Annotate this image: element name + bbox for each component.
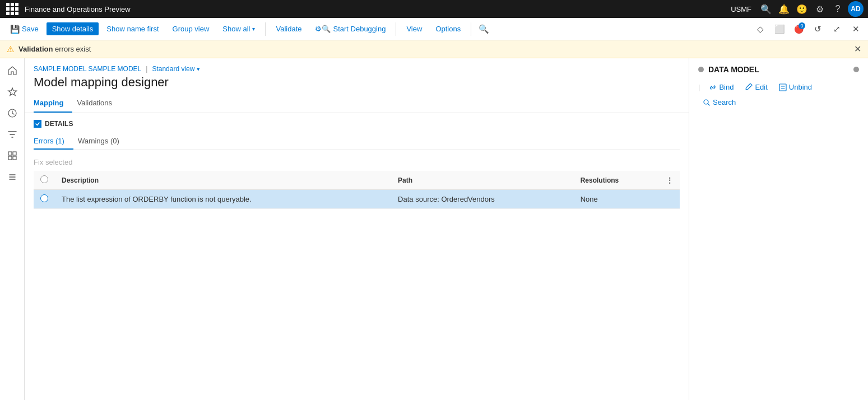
bind-label: Bind — [719, 83, 734, 91]
breadcrumb-view-label: Standard view — [152, 65, 194, 73]
left-sidebar — [0, 58, 25, 400]
breadcrumb-view[interactable]: Standard view ▾ — [152, 65, 200, 73]
sub-tab-errors-label: Errors (1) — [34, 137, 64, 145]
data-model-actions: | Bind Edit Unbind Search — [698, 81, 859, 109]
errors-table: Description Path Resolutions ⋮ — [34, 171, 680, 209]
edit-button[interactable]: Edit — [740, 81, 772, 94]
app-grid-button[interactable] — [4, 1, 20, 17]
show-all-button[interactable]: Show all ▾ — [217, 22, 261, 35]
sidebar-item-favorites[interactable] — [2, 82, 22, 102]
smiley-icon-btn[interactable]: 🙂 — [794, 1, 810, 17]
tab-mapping-label: Mapping — [34, 99, 63, 107]
title-bar-right: USMF 🔍 🔔 🙂 ⚙ ? AD — [731, 1, 864, 17]
unbind-label: Unbind — [789, 83, 812, 91]
sidebar-item-list[interactable] — [2, 167, 22, 187]
data-model-title: DATA MODEL — [708, 65, 759, 74]
content-area: SAMPLE MODEL SAMPLE MODEL | Standard vie… — [25, 58, 689, 400]
user-label: USMF — [731, 5, 751, 13]
bind-button[interactable]: Bind — [704, 81, 738, 94]
row-radio[interactable] — [40, 194, 48, 202]
svg-rect-2 — [13, 152, 16, 155]
warning-icon: ⚠ — [7, 44, 14, 54]
th-select — [34, 171, 55, 190]
show-details-button[interactable]: Show details — [47, 22, 99, 35]
row-resolutions: None — [574, 190, 660, 209]
details-section: DETAILS Errors (1) Warnings (0) Fix sele… — [25, 113, 689, 400]
row-path: Data source: OrderedVendors — [391, 190, 574, 209]
show-name-first-label: Show name first — [106, 25, 159, 33]
validation-bold: Validation — [18, 45, 53, 53]
page-header: SAMPLE MODEL SAMPLE MODEL | Standard vie… — [25, 58, 689, 94]
options-button[interactable]: Options — [430, 22, 466, 35]
tab-validations[interactable]: Validations — [77, 94, 121, 113]
validate-button[interactable]: Validate — [270, 22, 307, 35]
toolbar-separator-2 — [396, 22, 396, 36]
more-icon[interactable]: ⋮ — [666, 176, 673, 184]
help-icon-btn[interactable]: ? — [830, 1, 846, 17]
chevron-view-icon: ▾ — [197, 66, 200, 73]
search-toolbar-button[interactable]: 🔍 — [476, 21, 491, 37]
breadcrumb: SAMPLE MODEL SAMPLE MODEL | Standard vie… — [34, 65, 680, 73]
data-model-dot-right — [853, 67, 859, 72]
avatar-button[interactable]: AD — [848, 1, 864, 17]
sub-tabs: Errors (1) Warnings (0) — [34, 133, 680, 150]
show-details-label: Show details — [52, 25, 94, 33]
table-row[interactable]: The list expression of ORDERBY function … — [34, 190, 680, 209]
show-all-label: Show all — [222, 25, 250, 33]
close-icon-btn[interactable]: ✕ — [848, 21, 864, 37]
th-more: ⋮ — [660, 171, 680, 190]
sidebar-item-home[interactable] — [2, 61, 22, 81]
notifications-icon-btn[interactable]: 🔔 — [776, 1, 792, 17]
chevron-down-icon: ▾ — [252, 26, 255, 32]
right-panel: DATA MODEL | Bind Edit Unbind Search — [689, 58, 868, 400]
page-title: Model mapping designer — [34, 75, 680, 90]
start-debugging-button[interactable]: ⚙🔍 Start Debugging — [309, 22, 391, 35]
header-radio[interactable] — [40, 175, 48, 183]
unbind-button[interactable]: Unbind — [774, 81, 816, 94]
row-description: The list expression of ORDERBY function … — [55, 190, 391, 209]
svg-rect-4 — [13, 156, 16, 160]
app-grid-icon — [6, 3, 18, 15]
svg-rect-1 — [8, 152, 12, 155]
details-checkbox[interactable] — [34, 120, 41, 128]
sidebar-item-modules[interactable] — [2, 146, 22, 166]
svg-rect-5 — [779, 84, 786, 91]
maximize-icon-btn[interactable]: ⤢ — [829, 21, 844, 37]
panel-icon-btn[interactable]: ⬜ — [772, 21, 787, 37]
debug-icon: ⚙🔍 — [315, 25, 331, 33]
validation-bar: ⚠ Validation errors exist ✕ — [0, 40, 868, 58]
search-icon-btn[interactable]: 🔍 — [758, 1, 774, 17]
search-dm-button[interactable]: Search — [698, 96, 740, 109]
main-layout: SAMPLE MODEL SAMPLE MODEL | Standard vie… — [0, 58, 868, 400]
sub-tab-errors[interactable]: Errors (1) — [34, 133, 73, 150]
sidebar-item-recent[interactable] — [2, 103, 22, 123]
th-description: Description — [55, 171, 391, 190]
validate-label: Validate — [276, 25, 301, 33]
breadcrumb-separator: | — [146, 65, 147, 73]
settings-icon-btn[interactable]: ⚙ — [812, 1, 828, 17]
view-label: View — [406, 25, 422, 33]
svg-rect-3 — [8, 156, 12, 160]
group-view-button[interactable]: Group view — [167, 22, 215, 35]
data-model-header: DATA MODEL — [698, 65, 859, 74]
validation-close-button[interactable]: ✕ — [854, 44, 861, 54]
search-dm-label: Search — [713, 98, 736, 106]
badge-icon-btn[interactable]: 🔴 0 — [791, 21, 806, 37]
show-name-first-button[interactable]: Show name first — [101, 22, 164, 35]
toolbar-right: ◇ ⬜ 🔴 0 ↺ ⤢ ✕ — [753, 21, 864, 37]
view-button[interactable]: View — [401, 22, 428, 35]
details-header: DETAILS — [34, 120, 680, 128]
title-bar: Finance and Operations Preview USMF 🔍 🔔 … — [0, 0, 868, 18]
sub-tab-warnings[interactable]: Warnings (0) — [78, 133, 128, 150]
tab-mapping[interactable]: Mapping — [34, 94, 72, 113]
pipe-separator: | — [698, 83, 700, 91]
breadcrumb-model: SAMPLE MODEL SAMPLE MODEL — [34, 65, 141, 73]
fix-selected-label: Fix selected — [34, 158, 72, 166]
save-label: Save — [22, 25, 39, 33]
sub-tab-warnings-label: Warnings (0) — [78, 137, 119, 145]
filter-icon[interactable] — [2, 124, 22, 145]
save-button[interactable]: 💾 Save — [4, 22, 44, 36]
refresh-icon-btn[interactable]: ↺ — [810, 21, 825, 37]
fix-selected-button[interactable]: Fix selected — [34, 156, 680, 171]
diamond-icon-btn[interactable]: ◇ — [753, 21, 768, 37]
